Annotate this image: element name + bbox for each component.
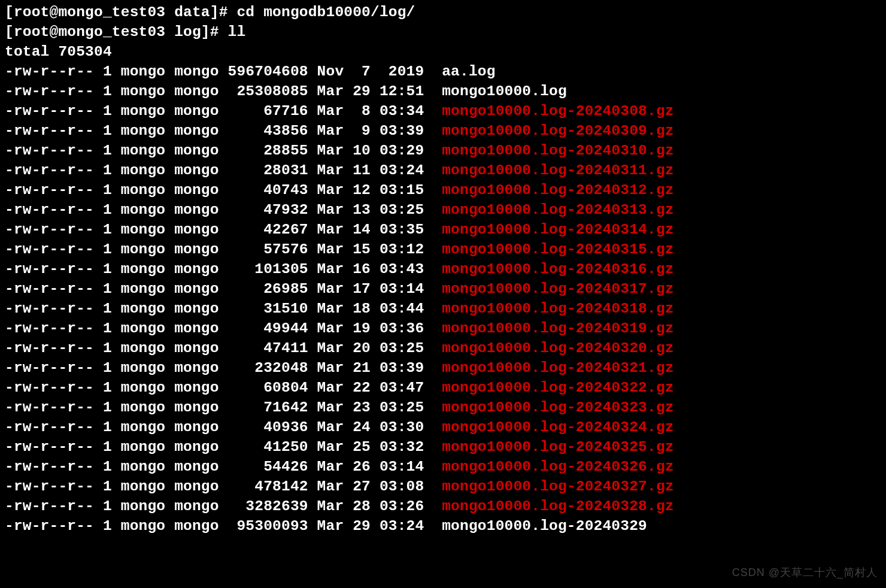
file-name-gz: mongo10000.log-20240316.gz [442, 261, 673, 277]
ls-row: -rw-r--r-- 1 mongo mongo 478142 Mar 27 0… [5, 478, 442, 495]
ls-row: -rw-r--r-- 1 mongo mongo 49944 Mar 19 03… [5, 320, 442, 337]
file-name-gz: mongo10000.log-20240312.gz [442, 182, 673, 198]
ls-row: -rw-r--r-- 1 mongo mongo 43856 Mar 9 03:… [5, 123, 442, 139]
ls-row: -rw-r--r-- 1 mongo mongo 41250 Mar 25 03… [5, 439, 442, 455]
ls-row: -rw-r--r-- 1 mongo mongo 60804 Mar 22 03… [5, 380, 442, 396]
ls-row: -rw-r--r-- 1 mongo mongo 57576 Mar 15 03… [5, 241, 442, 257]
file-name-gz: mongo10000.log-20240310.gz [442, 143, 673, 159]
ls-total: total 705304 [5, 44, 112, 60]
watermark-text: CSDN @天草二十六_简村人 [732, 565, 878, 580]
ls-row: -rw-r--r-- 1 mongo mongo 232048 Mar 21 0… [5, 360, 442, 376]
ls-row: -rw-r--r-- 1 mongo mongo 71642 Mar 23 03… [5, 399, 442, 416]
ls-row: -rw-r--r-- 1 mongo mongo 95300093 Mar 29… [5, 518, 442, 534]
file-name-gz: mongo10000.log-20240324.gz [442, 419, 673, 435]
ls-row: -rw-r--r-- 1 mongo mongo 26985 Mar 17 03… [5, 281, 442, 297]
file-name: mongo10000.log-20240329 [442, 518, 647, 534]
shell-prompt: [root@mongo_test03 log]# [5, 24, 228, 40]
ls-row: -rw-r--r-- 1 mongo mongo 25308085 Mar 29… [5, 83, 442, 99]
file-name-gz: mongo10000.log-20240320.gz [442, 340, 673, 356]
ls-row: -rw-r--r-- 1 mongo mongo 28855 Mar 10 03… [5, 143, 442, 159]
file-name-gz: mongo10000.log-20240327.gz [442, 478, 673, 495]
file-name-gz: mongo10000.log-20240321.gz [442, 360, 673, 376]
file-name-gz: mongo10000.log-20240313.gz [442, 202, 673, 218]
file-name-gz: mongo10000.log-20240328.gz [442, 498, 673, 514]
shell-command[interactable]: cd mongodb10000/log/ [236, 4, 415, 20]
file-name-gz: mongo10000.log-20240314.gz [442, 222, 673, 238]
ls-row: -rw-r--r-- 1 mongo mongo 28031 Mar 11 03… [5, 162, 442, 178]
ls-row: -rw-r--r-- 1 mongo mongo 47411 Mar 20 03… [5, 340, 442, 356]
ls-row: -rw-r--r-- 1 mongo mongo 101305 Mar 16 0… [5, 261, 442, 277]
file-name: aa.log [442, 63, 495, 80]
shell-command[interactable]: ll [228, 24, 246, 40]
file-name-gz: mongo10000.log-20240318.gz [442, 301, 673, 317]
file-name-gz: mongo10000.log-20240315.gz [442, 241, 673, 257]
file-name-gz: mongo10000.log-20240319.gz [442, 320, 673, 337]
ls-row: -rw-r--r-- 1 mongo mongo 67716 Mar 8 03:… [5, 103, 442, 119]
file-name-gz: mongo10000.log-20240326.gz [442, 459, 673, 475]
ls-row: -rw-r--r-- 1 mongo mongo 31510 Mar 18 03… [5, 301, 442, 317]
file-name-gz: mongo10000.log-20240325.gz [442, 439, 673, 455]
file-name-gz: mongo10000.log-20240317.gz [442, 281, 673, 297]
file-name-gz: mongo10000.log-20240309.gz [442, 123, 673, 139]
ls-row: -rw-r--r-- 1 mongo mongo 54426 Mar 26 03… [5, 459, 442, 475]
file-name-gz: mongo10000.log-20240323.gz [442, 399, 673, 416]
terminal-output: [root@mongo_test03 data]# cd mongodb1000… [0, 0, 886, 536]
shell-prompt: [root@mongo_test03 data]# [5, 4, 236, 20]
ls-row: -rw-r--r-- 1 mongo mongo 47932 Mar 13 03… [5, 202, 442, 218]
file-name-gz: mongo10000.log-20240308.gz [442, 103, 673, 119]
file-name-gz: mongo10000.log-20240322.gz [442, 380, 673, 396]
file-name-gz: mongo10000.log-20240311.gz [442, 162, 673, 178]
file-name: mongo10000.log [442, 83, 567, 99]
ls-row: -rw-r--r-- 1 mongo mongo 3282639 Mar 28 … [5, 498, 442, 514]
ls-row: -rw-r--r-- 1 mongo mongo 596704608 Nov 7… [5, 63, 442, 80]
ls-row: -rw-r--r-- 1 mongo mongo 40936 Mar 24 03… [5, 419, 442, 435]
ls-row: -rw-r--r-- 1 mongo mongo 42267 Mar 14 03… [5, 222, 442, 238]
ls-row: -rw-r--r-- 1 mongo mongo 40743 Mar 12 03… [5, 182, 442, 198]
